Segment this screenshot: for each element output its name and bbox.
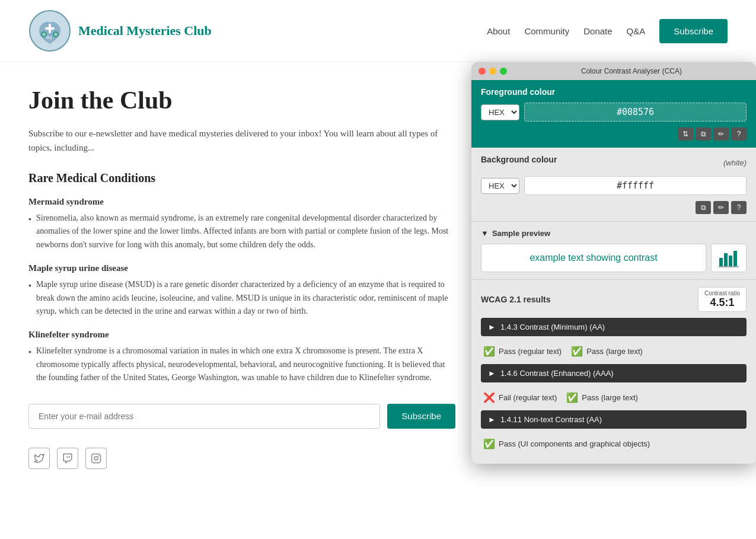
wcag-item-arrow: ► (488, 323, 496, 331)
close-dot[interactable] (479, 68, 486, 75)
condition-block: Maple syrup urine diseaseMaple syrup uri… (28, 263, 455, 318)
bg-sliders-button[interactable]: ⧉ (696, 201, 711, 214)
bg-picker-button[interactable]: ✏ (713, 201, 729, 214)
content-area: Join the Club Subscribe to our e-newslet… (28, 86, 455, 469)
nav-about[interactable]: About (487, 26, 510, 36)
wcag-result: ✅Pass (large text) (571, 346, 643, 357)
pass-icon: ✅ (483, 346, 495, 357)
bg-tools: ⧉ ✏ ? (481, 201, 747, 214)
nav-donate[interactable]: Donate (583, 26, 612, 36)
bg-hex-input[interactable] (524, 176, 747, 195)
pass-icon: ✅ (483, 438, 495, 449)
instagram-icon[interactable] (85, 448, 107, 469)
sample-text: example text showing contrast (529, 253, 657, 263)
sample-chart-box (711, 244, 747, 272)
wcag-items-container: ►1.4.3 Contrast (Minimum) (AA)✅Pass (reg… (481, 318, 747, 454)
wcag-item-arrow: ► (488, 369, 496, 378)
twitch-icon[interactable] (57, 448, 78, 469)
list-item: Maple syrup urine disease (MSUD) is a ra… (28, 278, 455, 318)
site-title: Medical Mysteries Club (78, 23, 212, 39)
condition-list: Sirenomelia, also known as mermaid syndr… (28, 212, 455, 251)
condition-block: Klinefelter syndromeKlinefelter syndrome… (28, 330, 455, 384)
sample-text-box: example text showing contrast (481, 244, 706, 272)
fg-hex-input[interactable] (524, 103, 747, 122)
result-text: Fail (regular text) (499, 393, 557, 402)
email-section: Subscribe (28, 404, 455, 429)
bg-section-header: Background colour (white) (481, 155, 747, 170)
svg-rect-9 (719, 258, 723, 266)
cca-title: Colour Contrast Analyser (CCA) (514, 67, 749, 75)
contrast-ratio-value: 4.5:1 (710, 296, 734, 308)
site-header: Rx Medical Mysteries Club About Communit… (0, 0, 756, 62)
sample-preview-title: Sample preview (492, 229, 550, 238)
wcag-item[interactable]: ►1.4.3 Contrast (Minimum) (AA) (481, 318, 747, 336)
titlebar-dots (479, 68, 507, 75)
result-text: Pass (large text) (582, 393, 638, 402)
wcag-results-row: ❌Fail (regular text)✅Pass (large text) (481, 387, 747, 408)
fg-section-title: Foreground colour (481, 87, 747, 97)
wcag-result: ✅Pass (large text) (566, 392, 638, 403)
wcag-result: ✅Pass (regular text) (483, 346, 562, 357)
sample-preview-section: ▼ Sample preview example text showing co… (471, 221, 756, 279)
wcag-item[interactable]: ►1.4.6 Contrast (Enhanced) (AAA) (481, 364, 747, 382)
pass-icon: ✅ (571, 346, 583, 357)
svg-rect-12 (733, 251, 737, 266)
svg-rect-6 (92, 454, 101, 463)
sample-preview-header: ▼ Sample preview (481, 229, 747, 238)
cca-body: Foreground colour HEX ⇅ ⧉ ✏ ? Backgrou (471, 80, 756, 464)
fg-format-select[interactable]: HEX (481, 104, 519, 120)
condition-title: Maple syrup urine disease (28, 263, 455, 273)
bg-input-row: HEX (481, 176, 747, 195)
svg-rect-11 (729, 256, 732, 266)
svg-rect-2 (49, 24, 51, 33)
bg-format-select[interactable]: HEX (481, 178, 519, 194)
fg-help-button[interactable]: ? (731, 127, 747, 141)
fg-swap-button[interactable]: ⇅ (678, 127, 693, 141)
site-logo: Rx (28, 9, 71, 52)
maximize-dot[interactable] (500, 68, 507, 75)
fg-sliders-button[interactable]: ⧉ (696, 127, 711, 141)
svg-point-3 (42, 32, 46, 37)
condition-title: Mermaid syndrome (28, 197, 455, 207)
logo-area: Rx Medical Mysteries Club (28, 9, 212, 52)
conditions-section-title: Rare Medical Conditions (28, 171, 455, 185)
subscribe-button[interactable]: Subscribe (387, 404, 455, 429)
svg-point-8 (98, 455, 99, 456)
sample-preview-arrow: ▼ (481, 229, 489, 238)
wcag-item-arrow: ► (488, 415, 496, 424)
cca-titlebar: Colour Contrast Analyser (CCA) (471, 62, 756, 80)
bg-section: Background colour (white) HEX ⧉ ✏ ? (471, 148, 756, 221)
bg-help-button[interactable]: ? (731, 201, 747, 214)
svg-point-4 (53, 32, 58, 37)
fg-picker-button[interactable]: ✏ (713, 127, 729, 141)
wcag-results-row: ✅Pass (UI components and graphical objec… (481, 433, 747, 454)
minimize-dot[interactable] (489, 68, 496, 75)
svg-point-7 (94, 457, 98, 460)
nav-community[interactable]: Community (524, 26, 569, 36)
condition-block: Mermaid syndromeSirenomelia, also known … (28, 197, 455, 251)
wcag-title: WCAG 2.1 results (481, 295, 550, 304)
wcag-result: ✅Pass (UI components and graphical objec… (483, 438, 650, 449)
social-icons (28, 448, 455, 469)
bg-white-label: (white) (723, 158, 747, 167)
fg-tools: ⇅ ⧉ ✏ ? (481, 127, 747, 141)
wcag-item-label: 1.4.6 Contrast (Enhanced) (AAA) (500, 369, 614, 378)
fg-section: Foreground colour HEX ⇅ ⧉ ✏ ? (471, 80, 756, 148)
wcag-result: ❌Fail (regular text) (483, 392, 557, 403)
fg-input-row: HEX (481, 103, 747, 122)
wcag-item[interactable]: ►1.4.11 Non-text Contrast (AA) (481, 410, 747, 429)
page-title: Join the Club (28, 86, 455, 114)
conditions-list: Mermaid syndromeSirenomelia, also known … (28, 197, 455, 385)
bg-section-title: Background colour (481, 155, 557, 164)
wcag-item-label: 1.4.11 Non-text Contrast (AA) (500, 415, 602, 424)
email-input[interactable] (28, 404, 380, 429)
result-text: Pass (UI components and graphical object… (499, 439, 650, 448)
wcag-section: WCAG 2.1 results Contrast ratio 4.5:1 ►1… (471, 279, 756, 464)
list-item: Klinefelter syndrome is a chromosomal va… (28, 345, 455, 384)
svg-rect-10 (724, 253, 728, 266)
header-subscribe-button[interactable]: Subscribe (659, 19, 728, 43)
main-content: Join the Club Subscribe to our e-newslet… (0, 62, 756, 493)
twitter-icon[interactable] (28, 448, 50, 469)
nav-qanda[interactable]: Q&A (627, 26, 646, 36)
condition-title: Klinefelter syndrome (28, 330, 455, 340)
